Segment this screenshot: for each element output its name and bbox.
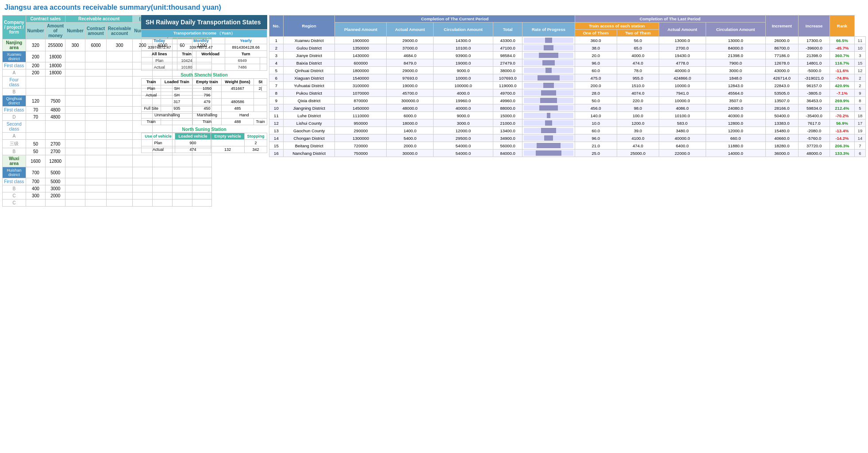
account-row-cell: 255000 — [46, 39, 65, 51]
completion-cell: 50.0 — [575, 97, 617, 104]
account-row-cell — [85, 140, 106, 148]
completion-cell: 66.5% — [830, 37, 855, 44]
train-header: Train — [177, 51, 196, 58]
completion-cell: -14.2% — [830, 134, 855, 142]
south-unmarshalling-row: Unmarshalling Marshalling Hand — [142, 112, 267, 119]
completion-cell: 14 — [269, 134, 284, 142]
account-row-label: B — [3, 148, 26, 155]
progress-bar — [524, 45, 573, 50]
account-row-label: B — [3, 88, 26, 96]
completion-cell: 96.0 — [575, 59, 617, 67]
completion-cell: 269.9% — [830, 97, 855, 104]
completion-cell: 78.0 — [617, 67, 659, 74]
completion-cell: 53505.0 — [765, 89, 799, 97]
account-row-label: First class — [3, 178, 26, 185]
completion-cell: 10100.0 — [434, 44, 493, 52]
progress-bar — [524, 83, 573, 88]
account-row-cell — [85, 121, 106, 133]
account-row-label: Nanjing area — [3, 39, 26, 51]
completion-cell: 1848.0 — [706, 74, 765, 82]
completion-cell: 3100000 — [335, 82, 387, 89]
account-row-cell — [107, 62, 133, 69]
completion-row: 13Gaochun County2900001400.012000.013400… — [269, 127, 866, 134]
completion-cell — [522, 37, 575, 44]
completion-cell: 360.0 — [575, 37, 617, 44]
contract-amount-header: Contract amount — [85, 23, 106, 39]
completion-cell: 7941.0 — [659, 89, 706, 97]
account-row-cell: 3000 — [46, 185, 65, 192]
completion-cell: 14000.0 — [706, 150, 765, 157]
completion-cell: 4086.0 — [659, 104, 706, 112]
account-row-cell — [107, 107, 133, 114]
completion-cell: 30000.0 — [387, 150, 434, 157]
progress-bar — [524, 90, 573, 96]
account-row-label: A — [3, 69, 26, 77]
progress-bar-fill — [539, 53, 558, 58]
completion-cell: 13 — [269, 127, 284, 134]
completion-cell: 14 — [854, 134, 865, 142]
account-row-cell — [107, 200, 133, 207]
account-row-cell: 70 — [26, 114, 46, 121]
completion-cell: 1110000 — [335, 112, 387, 119]
completion-cell: 43300.0 — [493, 37, 522, 44]
completion-cell: 47100.0 — [493, 44, 522, 52]
completion-cell: 10000.0 — [659, 82, 706, 89]
completion-cell: 98584.0 — [493, 52, 522, 59]
completion-cell: 65.0 — [617, 44, 659, 52]
progress-bar — [524, 150, 573, 156]
progress-bar — [524, 98, 573, 103]
account-row-label: Second class — [3, 121, 26, 133]
completion-cell: 8 — [854, 97, 865, 104]
completion-cell — [522, 74, 575, 82]
current-period-header: Completion of The Current Period — [335, 15, 575, 23]
completion-cell: 19960.0 — [434, 97, 493, 104]
today-header: Today — [142, 38, 177, 44]
completion-cell: 6400.0 — [659, 142, 706, 150]
completion-cell — [522, 142, 575, 150]
completion-cell: 4100.0 — [617, 134, 659, 142]
company-header: Company / project / form — [3, 15, 26, 39]
completion-cell: 88000.0 — [493, 104, 522, 112]
completion-cell: 50400.0 — [765, 112, 799, 119]
progress-bar — [524, 128, 573, 133]
completion-cell: 12843.0 — [706, 82, 765, 89]
completion-cell — [522, 112, 575, 119]
completion-row: 1Xuanwu District190000029000.014300.0433… — [269, 37, 866, 44]
empty-label: Empty train — [193, 79, 221, 85]
completion-cell: 220.0 — [617, 97, 659, 104]
account-row-cell — [65, 155, 85, 167]
account-row-label: Wuxi area — [3, 155, 26, 167]
weight-label: Weight (tons) — [221, 79, 254, 85]
completion-cell: 37000.0 — [387, 44, 434, 52]
progress-bar — [524, 60, 573, 65]
progress-bar — [524, 135, 573, 141]
completion-cell: 13000.0 — [706, 37, 765, 44]
completion-row: 9Qixia district870000300000.019960.04996… — [269, 97, 866, 104]
two-them-header: Two of Them — [617, 30, 659, 37]
railway-section: SH Railway Daily Transportation States T… — [141, 15, 267, 207]
train-label: Train — [142, 79, 161, 85]
number-header-2: Number — [65, 23, 85, 39]
completion-cell: 290000 — [335, 127, 387, 134]
completion-cell: 29000.0 — [387, 67, 434, 74]
completion-cell: 2 — [269, 44, 284, 52]
progress-bar-fill — [544, 45, 553, 50]
completion-cell: 14300.0 — [434, 37, 493, 44]
completion-cell: 426714.0 — [765, 74, 799, 82]
completion-cell: 100000.0 — [434, 82, 493, 89]
north-station-header: North Suning Station — [141, 125, 267, 133]
account-row-cell — [65, 185, 85, 192]
account-row-cell — [65, 114, 85, 121]
account-row-cell — [26, 88, 46, 96]
account-row-cell — [85, 69, 106, 77]
completion-cell: 6 — [854, 150, 865, 157]
account-row-cell — [107, 114, 133, 121]
completion-cell: 660.0 — [706, 134, 765, 142]
completion-cell: -74.8% — [830, 74, 855, 82]
completion-cell: 12000.0 — [706, 127, 765, 134]
completion-cell: -5000.0 — [799, 67, 830, 74]
account-row-cell: 300 — [65, 39, 85, 51]
completion-cell: 10 — [854, 44, 865, 52]
completion-cell: 4000.0 — [434, 89, 493, 97]
completion-cell: 10000.0 — [659, 97, 706, 104]
